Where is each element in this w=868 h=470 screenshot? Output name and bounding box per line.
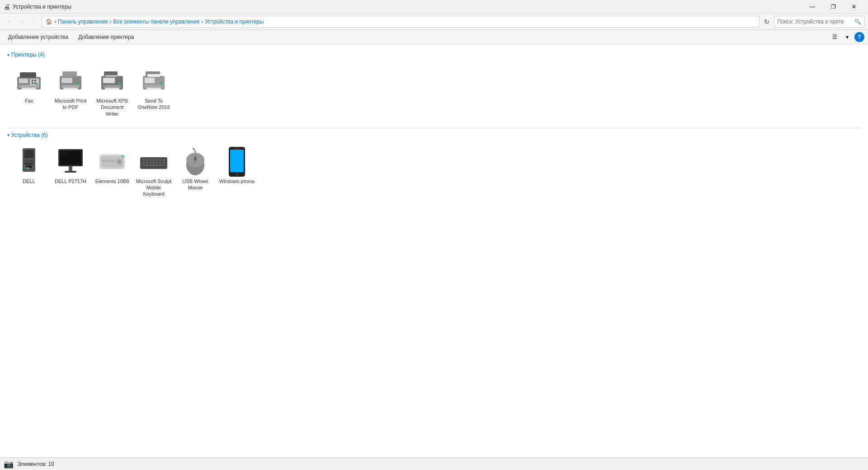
svg-point-30 (160, 82, 162, 84)
printers-section-header[interactable]: ▾ Принтеры (4) (7, 52, 861, 58)
mouse-icon (181, 147, 210, 176)
title-bar-left: 🖨 Устройства и принтеры (4, 3, 71, 10)
devices-section-header[interactable]: ▾ Устройства (6) (7, 132, 861, 138)
svg-rect-12 (61, 78, 72, 83)
list-item[interactable]: DELL (9, 144, 49, 201)
onenote-printer-label: Send To OneNote 2016 (136, 98, 172, 111)
refresh-button[interactable]: ↻ (761, 16, 772, 27)
svg-rect-65 (142, 164, 149, 166)
path-all-items[interactable]: Все элементы панели управления (113, 19, 199, 25)
list-item[interactable]: Send To OneNote 2016 (134, 63, 174, 121)
ms-xps-label: Microsoft XPS Document Writer (94, 98, 130, 117)
status-icon: 📷 (4, 459, 14, 469)
dell-monitor-label: DELL P2717H (55, 178, 86, 184)
svg-rect-55 (156, 159, 159, 161)
add-device-button[interactable]: Добавление устройства (4, 32, 73, 42)
add-printer-button[interactable]: Добавление принтера (74, 32, 138, 42)
list-item[interactable]: Microsoft Sculpt Mobile Keyboard (134, 144, 174, 201)
devices-section-title: Устройства (6) (11, 132, 48, 138)
printers-grid: Fax Microsoft Print to PDF (7, 61, 861, 128)
view-button[interactable]: ☰ (829, 32, 840, 42)
help-button[interactable]: ? (854, 32, 864, 42)
search-icon: 🔍 (854, 19, 861, 25)
svg-rect-47 (102, 160, 116, 162)
list-item[interactable]: Elements 10B8 (92, 144, 132, 201)
search-input[interactable] (777, 19, 854, 25)
elements-hdd-icon (98, 147, 127, 176)
svg-rect-40 (61, 151, 69, 155)
toolbar-right: ☰ ▾ ? (829, 32, 864, 42)
svg-rect-4 (20, 72, 36, 78)
minimize-button[interactable]: — (802, 0, 823, 14)
svg-rect-59 (146, 162, 148, 164)
toolbar: Добавление устройства Добавление принтер… (0, 30, 868, 44)
devices-chevron: ▾ (7, 132, 9, 137)
svg-rect-22 (105, 88, 119, 89)
svg-rect-5 (22, 88, 36, 89)
status-count: Элементов: 10 (17, 461, 54, 467)
svg-rect-6 (32, 80, 33, 81)
svg-rect-14 (62, 71, 77, 77)
fax-icon (14, 67, 43, 96)
path-root[interactable]: 🏠 (46, 19, 52, 25)
address-path: 🏠 › Панель управления › Все элементы пан… (42, 16, 760, 28)
close-button[interactable]: ✕ (844, 0, 864, 14)
mouse-label: USB Wheel Mouse (177, 178, 213, 191)
dell-monitor-icon (56, 147, 85, 176)
svg-point-74 (236, 174, 238, 175)
svg-rect-19 (103, 85, 121, 88)
svg-rect-33 (24, 160, 33, 162)
path-devices[interactable]: Устройства и принтеры (205, 19, 264, 25)
svg-rect-52 (146, 159, 148, 161)
title-bar: 🖨 Устройства и принтеры — ❐ ✕ (0, 0, 868, 14)
svg-rect-51 (142, 159, 145, 161)
view-dropdown-button[interactable]: ▾ (842, 32, 853, 42)
onenote-printer-icon (139, 67, 168, 96)
svg-rect-60 (149, 162, 152, 164)
svg-rect-15 (63, 88, 78, 89)
ms-print-pdf-label: Microsoft Print to PDF (52, 98, 89, 111)
dell-label: DELL (23, 178, 35, 184)
path-control-panel[interactable]: Панель управления (58, 19, 108, 25)
svg-rect-64 (163, 162, 165, 164)
list-item[interactable]: Fax (9, 63, 49, 121)
list-item[interactable]: Microsoft XPS Document Writer (92, 63, 132, 121)
svg-rect-28 (147, 74, 160, 77)
svg-rect-53 (149, 159, 152, 161)
svg-rect-13 (61, 85, 80, 88)
svg-rect-54 (152, 159, 155, 161)
section-separator (7, 128, 861, 128)
svg-rect-25 (145, 78, 155, 83)
windows-phone-label: Windows phone (219, 178, 255, 184)
svg-rect-35 (26, 165, 32, 168)
restore-button[interactable]: ❐ (823, 0, 844, 14)
list-item[interactable]: DELL P2717H (51, 144, 90, 201)
svg-rect-63 (159, 162, 162, 164)
status-bar: 📷 Элементов: 10 (0, 457, 868, 470)
svg-rect-73 (230, 150, 244, 172)
list-item[interactable]: USB Wheel Mouse (175, 144, 215, 201)
main-content: ▾ Принтеры (4) (0, 44, 868, 457)
svg-point-46 (118, 160, 121, 163)
list-item[interactable]: Windows phone (217, 144, 257, 201)
devices-grid: DELL DELL P2717H (7, 142, 861, 208)
svg-rect-42 (65, 171, 76, 173)
up-button[interactable]: ↑ (29, 16, 40, 27)
dell-pc-icon (14, 147, 43, 176)
keyboard-icon (139, 147, 168, 176)
svg-point-23 (118, 82, 120, 84)
svg-rect-62 (156, 162, 159, 164)
svg-rect-21 (105, 75, 118, 77)
svg-rect-1 (19, 79, 28, 83)
svg-rect-75 (234, 148, 240, 149)
forward-button[interactable]: › (16, 16, 27, 27)
back-button[interactable]: ‹ (4, 16, 14, 27)
keyboard-label: Microsoft Sculpt Mobile Keyboard (136, 178, 172, 197)
list-item[interactable]: Microsoft Print to PDF (51, 63, 90, 121)
svg-rect-67 (158, 164, 165, 166)
svg-rect-9 (34, 82, 36, 84)
window-title: Устройства и принтеры (13, 4, 71, 10)
svg-rect-66 (150, 164, 158, 166)
svg-rect-56 (159, 159, 162, 161)
svg-rect-58 (142, 162, 145, 164)
